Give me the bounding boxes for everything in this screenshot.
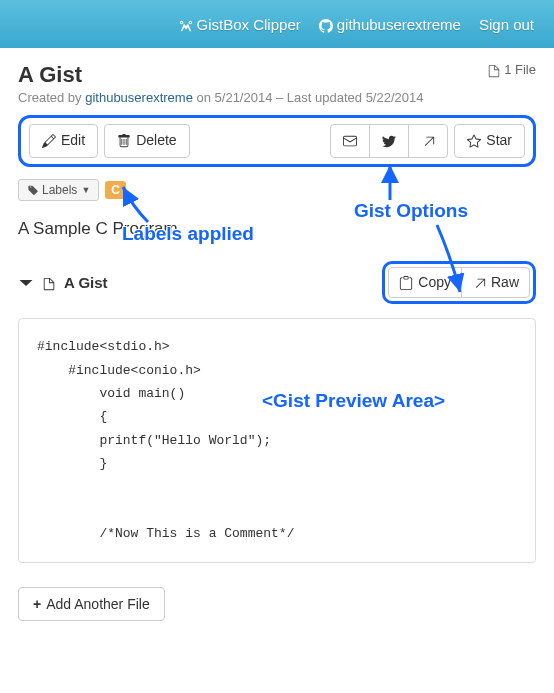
caret-down-icon: ▼ xyxy=(81,185,90,195)
tag-icon xyxy=(27,183,38,197)
copy-label: Copy xyxy=(418,273,451,293)
scissors-icon xyxy=(179,15,193,32)
user-link[interactable]: githubuserextreme xyxy=(319,15,461,32)
edit-button[interactable]: Edit xyxy=(29,124,98,158)
raw-button[interactable]: Raw xyxy=(461,267,530,299)
share-icon xyxy=(421,131,435,151)
gist-description: A Sample C Program xyxy=(18,219,536,239)
edit-label: Edit xyxy=(61,131,85,151)
twitter-icon xyxy=(382,131,396,151)
file-count-label: 1 File xyxy=(504,62,536,77)
external-icon xyxy=(472,273,486,293)
add-file-label: Add Another File xyxy=(46,596,150,612)
signout-label: Sign out xyxy=(479,16,534,33)
label-tag-c[interactable]: C xyxy=(105,181,126,199)
star-button[interactable]: Star xyxy=(454,124,525,158)
raw-label: Raw xyxy=(491,273,519,293)
code-preview: #include<stdio.h> #include<conio.h> void… xyxy=(18,318,536,563)
author-link[interactable]: githubuserextreme xyxy=(85,90,193,105)
gist-options-toolbar: Edit Delete xyxy=(18,115,536,167)
share-button[interactable] xyxy=(408,124,448,158)
file-icon xyxy=(42,274,56,291)
created-date: on 5/21/2014 – Last updated 5/22/2014 xyxy=(193,90,424,105)
labels-row: Labels ▼ C xyxy=(18,179,536,201)
star-icon xyxy=(467,131,481,151)
star-label: Star xyxy=(486,131,512,151)
signout-link[interactable]: Sign out xyxy=(479,16,534,33)
top-header: GistBox Clipper githubuserextreme Sign o… xyxy=(0,0,554,48)
file-name: A Gist xyxy=(64,274,108,291)
twitter-button[interactable] xyxy=(369,124,409,158)
file-icon xyxy=(487,62,501,78)
created-prefix: Created by xyxy=(18,90,85,105)
title-row: A Gist 1 File xyxy=(18,62,536,88)
delete-button[interactable]: Delete xyxy=(104,124,189,158)
pencil-icon xyxy=(42,131,56,151)
copy-raw-group: Copy Raw xyxy=(382,261,536,305)
file-header: A Gist Copy Raw xyxy=(18,261,536,305)
chevron-down-icon[interactable] xyxy=(18,273,34,291)
copy-button[interactable]: Copy xyxy=(388,267,462,299)
trash-icon xyxy=(117,131,131,151)
gist-title: A Gist xyxy=(18,62,82,88)
clipper-link[interactable]: GistBox Clipper xyxy=(179,15,301,32)
email-button[interactable] xyxy=(330,124,370,158)
add-file-button[interactable]: + Add Another File xyxy=(18,587,165,621)
labels-label: Labels xyxy=(42,183,77,197)
meta-line: Created by githubuserextreme on 5/21/201… xyxy=(18,90,536,105)
copy-icon xyxy=(399,273,413,293)
clipper-label: GistBox Clipper xyxy=(197,16,301,33)
envelope-icon xyxy=(343,131,357,151)
delete-label: Delete xyxy=(136,131,176,151)
github-icon xyxy=(319,15,333,32)
labels-dropdown[interactable]: Labels ▼ xyxy=(18,179,99,201)
username-label: githubuserextreme xyxy=(337,16,461,33)
plus-icon: + xyxy=(33,596,41,612)
file-count: 1 File xyxy=(487,62,536,78)
